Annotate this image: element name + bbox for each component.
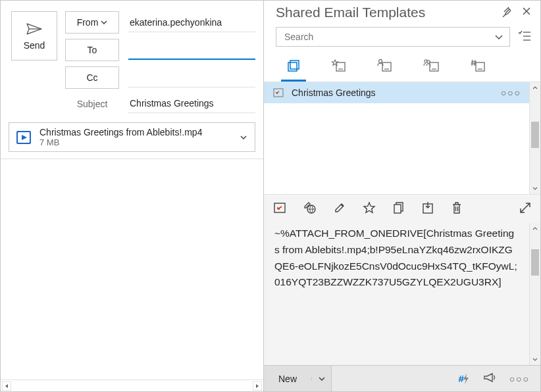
to-row: To	[65, 39, 255, 61]
bottom-actions: # ○○○	[448, 366, 540, 391]
preview-content[interactable]: ~%ATTACH_FROM_ONEDRIVE[Christmas Greetin…	[264, 223, 529, 365]
scroll-thumb[interactable]	[531, 249, 539, 276]
checklist-icon	[518, 30, 531, 42]
macros-button[interactable]: #	[458, 373, 469, 384]
svg-rect-7	[290, 61, 299, 69]
template-item-christmas-greetings[interactable]: Christmas Greetings ○○○	[264, 82, 529, 103]
favorite-templates-icon	[331, 59, 347, 73]
favorite-button[interactable]	[363, 201, 376, 216]
svg-rect-22	[394, 205, 401, 213]
copy-button[interactable]	[393, 201, 405, 216]
subject-input[interactable]	[128, 94, 255, 113]
edit-html-button[interactable]	[303, 201, 317, 216]
pin-button[interactable]	[502, 7, 513, 19]
from-button[interactable]: From	[65, 11, 119, 34]
search-dropdown[interactable]	[495, 32, 503, 42]
scroll-right-arrow[interactable]	[253, 381, 262, 391]
attachment-area: Christmas Greetings from Ablebits!.mp4 7…	[1, 116, 263, 159]
category-tabs	[264, 52, 540, 82]
header-fields: From ekaterina.pechyonkina To Cc	[65, 11, 255, 113]
new-button-group: New	[264, 366, 332, 391]
send-icon	[26, 22, 43, 36]
lightning-icon	[462, 374, 470, 384]
new-dropdown[interactable]	[311, 377, 331, 381]
svg-rect-19	[274, 89, 283, 97]
chevron-down-icon	[495, 35, 503, 40]
to-button[interactable]: To	[65, 39, 119, 61]
preview-content-wrap: ~%ATTACH_FROM_ONEDRIVE[Christmas Greetin…	[264, 223, 540, 365]
tab-macros[interactable]	[465, 55, 492, 82]
megaphone-icon	[483, 372, 496, 383]
bottom-bar: New # ○○○	[264, 365, 540, 391]
subject-row: Subject	[65, 94, 255, 113]
tab-all-templates[interactable]	[281, 55, 306, 82]
scroll-up-arrow[interactable]	[530, 82, 540, 93]
pen-globe-icon	[303, 201, 317, 214]
from-label: From	[77, 17, 99, 28]
delete-button[interactable]	[451, 201, 463, 216]
hash-templates-icon	[471, 59, 486, 73]
horizontal-scrollbar[interactable]	[1, 380, 263, 391]
template-item-menu[interactable]: ○○○	[501, 87, 521, 98]
templates-list-area: Christmas Greetings ○○○	[264, 82, 540, 194]
attachment-size: 7 MB	[39, 137, 231, 147]
template-item-label: Christmas Greetings	[292, 87, 494, 98]
team-templates-icon	[423, 59, 440, 73]
chevron-down-icon	[240, 135, 247, 139]
import-button[interactable]	[422, 201, 434, 216]
templates-panel: Shared Email Templates	[264, 1, 540, 391]
attachment-item[interactable]: Christmas Greetings from Ablebits!.mp4 7…	[9, 122, 255, 152]
search-input[interactable]	[283, 31, 495, 43]
search-box[interactable]	[276, 27, 510, 47]
close-button[interactable]	[522, 7, 531, 19]
triangle-up-icon	[532, 86, 538, 89]
scroll-up-arrow[interactable]	[530, 223, 540, 234]
scroll-down-arrow[interactable]	[530, 183, 540, 194]
preview-toolbar	[264, 195, 540, 223]
from-value[interactable]: ekaterina.pechyonkina	[128, 13, 255, 32]
announce-button[interactable]	[483, 372, 496, 385]
attachment-menu[interactable]	[238, 135, 249, 139]
cc-button[interactable]: Cc	[65, 66, 119, 89]
new-button[interactable]: New	[264, 374, 311, 384]
select-mode-button[interactable]	[518, 30, 531, 44]
triangle-down-icon	[532, 187, 538, 190]
templates-title: Shared Email Templates	[276, 5, 425, 20]
preview-scrollbar[interactable]	[529, 223, 540, 365]
scroll-thumb[interactable]	[531, 122, 539, 148]
to-label: To	[88, 45, 97, 55]
attachment-name: Christmas Greetings from Ablebits!.mp4	[39, 127, 231, 137]
copy-icon	[393, 201, 405, 214]
templates-header: Shared Email Templates	[264, 1, 540, 24]
chevron-down-icon	[319, 377, 325, 381]
tab-my-templates[interactable]	[372, 55, 398, 82]
send-button[interactable]: Send	[11, 11, 57, 61]
scroll-down-arrow[interactable]	[530, 354, 540, 365]
tab-team-templates[interactable]	[418, 55, 446, 82]
import-icon	[422, 201, 434, 214]
list-scrollbar[interactable]	[529, 82, 540, 194]
tab-favorites[interactable]	[326, 55, 352, 82]
video-file-icon	[14, 128, 33, 147]
svg-rect-13	[430, 62, 438, 71]
insert-template-button[interactable]	[273, 202, 286, 216]
to-input[interactable]	[128, 40, 255, 60]
chevron-down-icon	[101, 20, 107, 24]
scroll-left-arrow[interactable]	[2, 381, 11, 391]
svg-rect-10	[382, 62, 391, 71]
compose-header: Send From ekaterina.pechyonkina To	[1, 1, 263, 116]
header-actions	[502, 7, 531, 19]
edit-button[interactable]	[334, 202, 346, 216]
expand-button[interactable]	[519, 202, 531, 216]
pencil-icon	[334, 202, 346, 214]
templates-icon	[286, 59, 301, 73]
preview-area: ~%ATTACH_FROM_ONEDRIVE[Christmas Greetin…	[264, 194, 540, 365]
cc-input[interactable]	[128, 68, 255, 87]
templates-list: Christmas Greetings ○○○	[264, 82, 529, 194]
message-body[interactable]	[1, 159, 263, 380]
template-icon	[272, 87, 285, 98]
triangle-up-icon	[532, 227, 538, 230]
svg-rect-17	[476, 62, 484, 71]
more-button[interactable]: ○○○	[509, 374, 530, 384]
trash-icon	[451, 201, 463, 214]
